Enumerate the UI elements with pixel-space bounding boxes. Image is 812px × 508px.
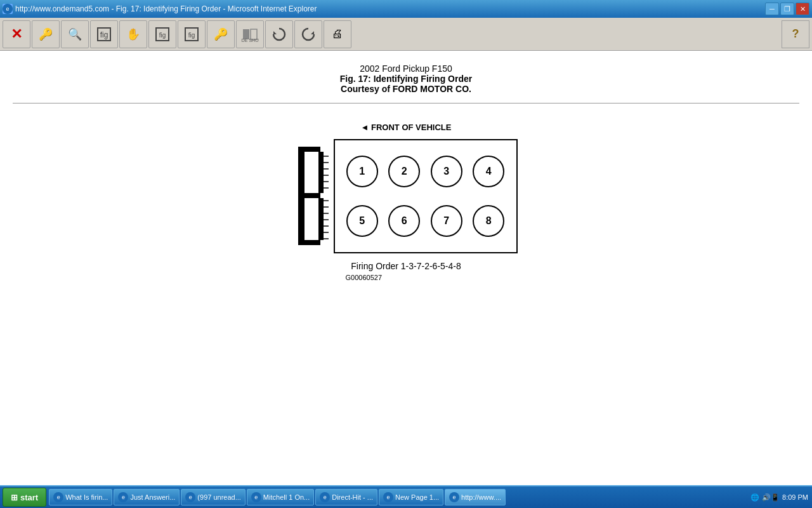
svg-marker-10 — [311, 31, 314, 34]
taskbar-icons: 🔊📱 — [762, 493, 780, 502]
svg-marker-9 — [273, 31, 277, 34]
stop-button[interactable]: ✕ — [3, 20, 30, 48]
svg-text:fig: fig — [159, 32, 166, 39]
refresh-button[interactable] — [265, 20, 293, 48]
taskbar-label-7: http://www.... — [461, 493, 501, 501]
hand-button[interactable]: ✋ — [119, 20, 147, 48]
engine-diagram: 1 2 3 4 5 6 7 8 — [295, 137, 518, 255]
svg-rect-14 — [298, 240, 320, 245]
figure-title: Fig. 17: Identifying Firing Order — [340, 74, 472, 84]
toolbar: ✕ 🔑 🔍 fig ✋ fig fig 🔑 HIDE SHOW — [0, 18, 812, 51]
taskbar-ie-icon-6: e — [383, 492, 393, 502]
taskbar-label-6: New Page 1... — [395, 493, 439, 501]
svg-text:HIDE SHOW: HIDE SHOW — [241, 38, 259, 43]
ie-icon: e — [3, 4, 13, 14]
svg-rect-16 — [318, 198, 324, 240]
find-button[interactable]: 🔑 — [207, 20, 235, 48]
cylinder-6: 6 — [388, 205, 420, 237]
firing-order-text: Firing Order 1-3-7-2-6-5-4-8 — [351, 261, 461, 271]
fig3-icon: fig — [183, 25, 200, 43]
taskbar-item-3[interactable]: e (997 unread... — [181, 489, 246, 505]
title-divider — [13, 103, 799, 104]
cylinder-5: 5 — [346, 205, 378, 237]
rotate-button[interactable] — [294, 20, 322, 48]
engine-side-icon — [295, 137, 330, 255]
ie-globe-icon: e — [3, 4, 13, 14]
figure-icon: fig — [95, 25, 113, 43]
taskbar-items: e What Is firin... e Just Answeri... e (… — [49, 489, 747, 505]
fig3-button[interactable]: fig — [178, 20, 206, 48]
start-button[interactable]: ⊞ start — [3, 488, 46, 507]
svg-rect-15 — [318, 152, 324, 193]
hide-show-icon: HIDE SHOW — [241, 25, 259, 43]
taskbar-label-4: Mitchell 1 On... — [263, 493, 310, 501]
taskbar-ie-icon-7: e — [449, 492, 459, 502]
taskbar-label-1: What Is firin... — [65, 493, 108, 501]
taskbar-label-5: Direct-Hit - ... — [332, 493, 373, 501]
svg-text:fig: fig — [188, 32, 195, 39]
fig2-icon: fig — [154, 25, 171, 43]
title-bar: e http://www.ondemand5.com - Fig. 17: Id… — [0, 0, 812, 18]
page-title: 2002 Ford Pickup F150 Fig. 17: Identifyi… — [340, 64, 472, 94]
start-label: start — [20, 493, 38, 502]
taskbar-item-1[interactable]: e What Is firin... — [49, 489, 112, 505]
diagram-area: ◄ FRONT OF VEHICLE — [295, 123, 518, 281]
start-icon: ⊞ — [11, 493, 18, 502]
taskbar-ie-icon-3: e — [185, 492, 195, 502]
figure-button[interactable]: fig — [90, 20, 118, 48]
vehicle-title: 2002 Ford Pickup F150 — [340, 64, 472, 74]
cylinder-8: 8 — [473, 205, 504, 237]
taskbar-ie-icon-4: e — [251, 492, 261, 502]
svg-rect-13 — [298, 193, 320, 198]
taskbar-ie-icon-2: e — [118, 492, 128, 502]
taskbar-network-icon: 🌐 — [750, 493, 759, 502]
taskbar-ie-icon-1: e — [53, 492, 63, 502]
rotate-icon — [300, 26, 317, 43]
taskbar-right: 🌐 🔊📱 8:09 PM — [747, 493, 812, 502]
taskbar-label-3: (997 unread... — [197, 493, 241, 501]
help-button[interactable]: ? — [782, 20, 809, 48]
engine-box: 1 2 3 4 5 6 7 8 — [334, 139, 518, 253]
taskbar-item-2[interactable]: e Just Answeri... — [114, 489, 180, 505]
taskbar-item-7[interactable]: e http://www.... — [445, 489, 506, 505]
svg-rect-12 — [298, 147, 320, 152]
restore-button[interactable]: ❐ — [780, 3, 794, 15]
search-button[interactable]: 🔍 — [61, 20, 89, 48]
key-button[interactable]: 🔑 — [32, 20, 60, 48]
cylinder-7: 7 — [431, 205, 462, 237]
title-bar-controls: ─ ❐ ✕ — [765, 3, 809, 15]
taskbar-item-6[interactable]: e New Page 1... — [379, 489, 443, 505]
window-title: http://www.ondemand5.com - Fig. 17: Iden… — [15, 4, 317, 13]
minimize-button[interactable]: ─ — [765, 3, 779, 15]
taskbar-label-2: Just Answeri... — [130, 493, 175, 501]
window-close-button[interactable]: ✕ — [796, 3, 809, 15]
cylinder-3: 3 — [431, 156, 462, 187]
taskbar-item-5[interactable]: e Direct-Hit - ... — [315, 489, 377, 505]
cylinder-1: 1 — [346, 156, 378, 187]
taskbar-item-4[interactable]: e Mitchell 1 On... — [247, 489, 314, 505]
fig2-button[interactable]: fig — [148, 20, 176, 48]
cylinder-2: 2 — [388, 156, 420, 187]
refresh-icon — [271, 26, 287, 43]
cylinder-4: 4 — [473, 156, 504, 187]
taskbar: ⊞ start e What Is firin... e Just Answer… — [0, 485, 812, 508]
svg-text:fig: fig — [100, 30, 108, 39]
title-bar-left: e http://www.ondemand5.com - Fig. 17: Id… — [3, 4, 317, 14]
diagram-code: G00060527 — [346, 274, 383, 281]
front-of-vehicle-label: ◄ FRONT OF VEHICLE — [361, 123, 452, 132]
taskbar-ie-icon-5: e — [320, 492, 330, 502]
print-button[interactable]: 🖨 — [324, 20, 351, 48]
taskbar-time: 8:09 PM — [782, 493, 808, 501]
courtesy-text: Courtesy of FORD MOTOR CO. — [340, 84, 472, 94]
hide-show-button[interactable]: HIDE SHOW — [236, 20, 264, 48]
main-content: 2002 Ford Pickup F150 Fig. 17: Identifyi… — [0, 51, 812, 485]
